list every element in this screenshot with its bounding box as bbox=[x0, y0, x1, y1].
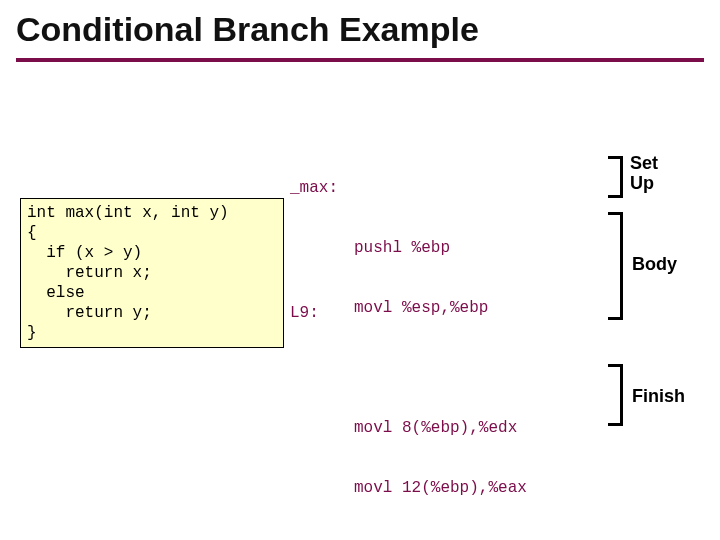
annotation-finish: Finish bbox=[632, 386, 685, 407]
bracket-setup bbox=[608, 156, 623, 198]
slide-title: Conditional Branch Example bbox=[16, 10, 479, 49]
annotation-body: Body bbox=[632, 254, 677, 275]
annotation-setup: Set Up bbox=[630, 154, 658, 194]
asm-body-0: movl 8(%ebp),%edx bbox=[290, 418, 527, 438]
slide: Conditional Branch Example int max(int x… bbox=[0, 0, 720, 540]
asm-setup-1: movl %esp,%ebp bbox=[290, 298, 527, 318]
asm-setup-0: pushl %ebp bbox=[290, 238, 527, 258]
bracket-finish bbox=[608, 364, 623, 426]
c-code-box: int max(int x, int y) { if (x > y) retur… bbox=[20, 198, 284, 348]
assembly-listing: _max: pushl %ebp movl %esp,%ebp movl 8(%… bbox=[290, 138, 527, 540]
asm-gap bbox=[290, 358, 527, 378]
asm-body-1: movl 12(%ebp),%eax bbox=[290, 478, 527, 498]
bracket-body bbox=[608, 212, 623, 320]
asm-label-l9: L9: bbox=[290, 304, 319, 322]
title-underline bbox=[16, 58, 704, 62]
asm-label-max: _max: bbox=[290, 178, 527, 198]
